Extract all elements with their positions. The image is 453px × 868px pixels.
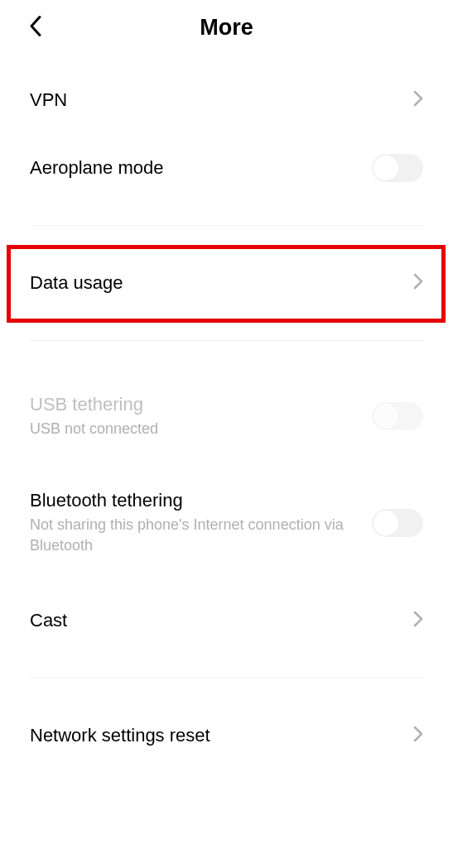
bluetooth-tethering-toggle[interactable] (372, 509, 423, 537)
row-label: Bluetooth tethering (30, 490, 355, 511)
row-network-settings-reset[interactable]: Network settings reset (0, 702, 453, 770)
chevron-right-icon (413, 273, 423, 293)
chevron-right-icon (413, 726, 423, 746)
back-button[interactable] (25, 12, 46, 44)
toggle-knob (373, 511, 398, 535)
row-data-usage[interactable]: Data usage (0, 249, 453, 317)
page-title: More (25, 15, 428, 41)
row-label: Data usage (30, 272, 397, 294)
chevron-left-icon (28, 15, 43, 38)
settings-list: VPN Aeroplane mode Data usage USB tether… (0, 55, 453, 770)
row-sub: USB not connected (30, 419, 355, 439)
row-aeroplane-mode: Aeroplane mode (0, 134, 453, 202)
row-label: Cast (30, 610, 397, 631)
aeroplane-mode-toggle[interactable] (372, 154, 423, 182)
row-label: Aeroplane mode (30, 157, 355, 179)
row-label: USB tethering (30, 394, 355, 415)
chevron-right-icon (413, 90, 423, 110)
row-cast[interactable]: Cast (0, 587, 453, 655)
toggle-knob (373, 404, 398, 429)
toggle-knob (373, 156, 398, 180)
header: More (0, 0, 453, 55)
usb-tethering-toggle (372, 402, 423, 430)
row-sub: Not sharing this phone's Internet connec… (30, 515, 355, 555)
row-vpn[interactable]: VPN (0, 66, 453, 134)
row-label: VPN (30, 89, 397, 111)
row-usb-tethering: USB tethering USB not connected (0, 374, 453, 458)
row-bluetooth-tethering: Bluetooth tethering Not sharing this pho… (0, 470, 453, 575)
chevron-right-icon (413, 611, 423, 631)
row-label: Network settings reset (30, 725, 397, 746)
